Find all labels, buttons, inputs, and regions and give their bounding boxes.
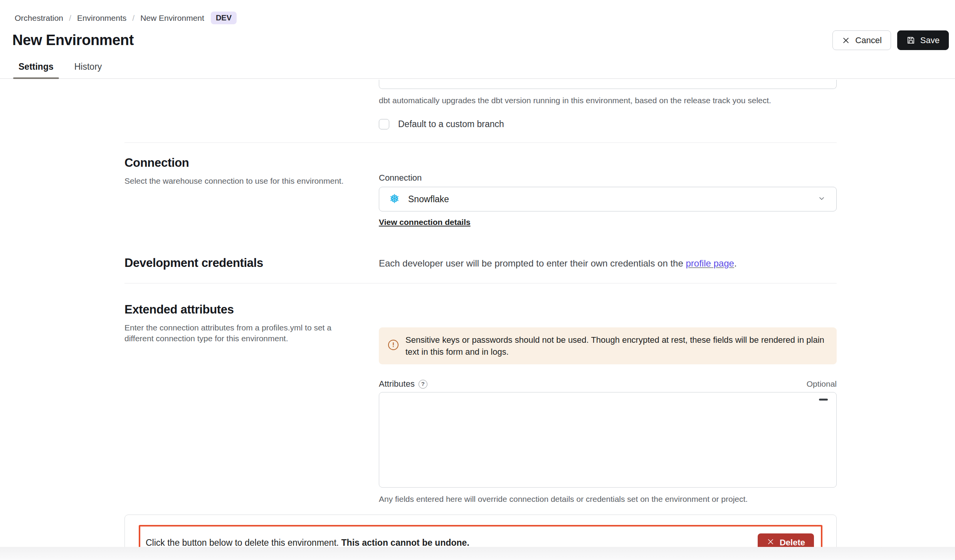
devcred-text-before: Each developer user will be prompted to … — [379, 258, 686, 268]
warning-icon: ! — [388, 340, 398, 350]
collapse-handle-icon[interactable] — [819, 399, 828, 401]
custom-branch-label[interactable]: Default to a custom branch — [398, 119, 504, 129]
top-bar: Orchestration / Environments / New Envir… — [0, 0, 955, 24]
development-credentials-text: Each developer user will be prompted to … — [379, 258, 737, 268]
connection-section: Connection Select the warehouse connecti… — [124, 143, 837, 227]
delete-warning-bold-text: This action cannot be undone. — [341, 538, 469, 548]
tab-history[interactable]: History — [68, 59, 108, 78]
sensitive-keys-warning-banner: ! Sensitive keys or passwords should not… — [379, 327, 837, 364]
breadcrumb-separator: / — [69, 13, 71, 23]
development-credentials-heading: Development credentials — [124, 256, 379, 270]
settings-form: dbt automatically upgrades the dbt versi… — [124, 80, 837, 560]
breadcrumb-environments[interactable]: Environments — [77, 13, 126, 23]
header-actions: Cancel Save — [832, 30, 949, 50]
extended-attributes-heading: Extended attributes — [124, 303, 379, 317]
development-credentials-section: Development credentials Each developer u… — [124, 256, 837, 270]
tab-settings[interactable]: Settings — [12, 59, 60, 78]
view-connection-details-link[interactable]: View connection details — [379, 218, 471, 227]
release-track-input-partial[interactable] — [379, 80, 837, 89]
connection-field-label: Connection — [379, 173, 422, 183]
page-bottom-gradient — [0, 547, 955, 560]
save-button-label: Save — [920, 35, 940, 45]
attributes-field-label: Attributes — [379, 379, 415, 389]
connection-heading: Connection — [124, 156, 379, 170]
save-button[interactable]: Save — [897, 30, 949, 50]
breadcrumb-separator: / — [132, 13, 135, 23]
custom-branch-row: Default to a custom branch — [379, 119, 837, 129]
save-icon — [906, 36, 915, 45]
environment-type-badge: DEV — [211, 12, 237, 24]
custom-branch-checkbox[interactable] — [379, 119, 389, 129]
close-icon — [842, 36, 850, 45]
help-icon[interactable]: ? — [419, 380, 427, 389]
attributes-label-row: Attributes ? Optional — [379, 379, 837, 389]
delete-text: Click the button below to delete this en… — [146, 538, 341, 548]
page-title: New Environment — [12, 32, 134, 49]
cancel-button-label: Cancel — [855, 35, 881, 45]
close-icon — [767, 538, 775, 548]
chevron-down-icon — [817, 194, 826, 205]
warning-text: Sensitive keys or passwords should not b… — [405, 334, 826, 358]
extended-attributes-section: Extended attributes Enter the connection… — [124, 283, 837, 505]
breadcrumb: Orchestration / Environments / New Envir… — [15, 12, 943, 24]
extended-attributes-description: Enter the connection attributes from a p… — [124, 322, 356, 344]
attributes-textarea[interactable] — [379, 392, 837, 488]
connection-select[interactable]: Snowflake — [379, 187, 837, 211]
delete-button-label: Delete — [780, 538, 805, 548]
profile-page-link[interactable]: profile page — [686, 258, 734, 268]
connection-description: Select the warehouse connection to use f… — [124, 176, 356, 186]
page-header: New Environment Cancel Save — [0, 24, 955, 50]
cancel-button[interactable]: Cancel — [832, 30, 891, 50]
attributes-helper: Any fields entered here will override co… — [379, 494, 837, 505]
tab-bar: Settings History — [0, 59, 955, 79]
breadcrumb-orchestration[interactable]: Orchestration — [15, 13, 63, 23]
devcred-text-after: . — [734, 258, 737, 268]
delete-environment-text: Click the button below to delete this en… — [146, 538, 469, 548]
connection-select-value: Snowflake — [408, 194, 449, 205]
optional-badge: Optional — [807, 379, 837, 389]
snowflake-icon — [389, 193, 400, 205]
breadcrumb-new-environment[interactable]: New Environment — [140, 13, 204, 23]
release-track-helper: dbt automatically upgrades the dbt versi… — [379, 95, 837, 106]
